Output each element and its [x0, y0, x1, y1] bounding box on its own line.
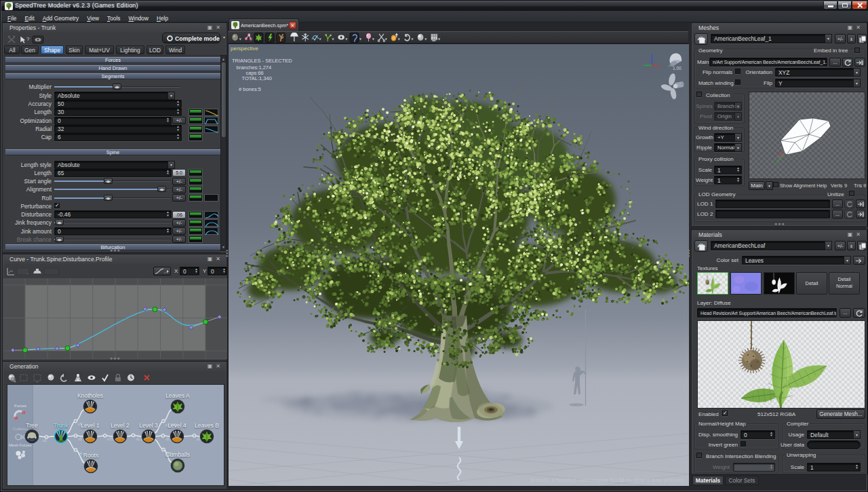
vt-undo-icon[interactable] [405, 34, 410, 41]
node-graph[interactable]: Forces Collision Mesh Forces x1x9x5x4x75… [7, 384, 224, 486]
pm-button-start_angle[interactable]: +/- [172, 178, 186, 185]
menu-view[interactable]: View [84, 14, 102, 23]
bib-checkbox[interactable] [696, 453, 702, 458]
vt-curves-icon[interactable] [312, 35, 318, 40]
viewport-toolbar[interactable] [228, 31, 688, 43]
lod2-field[interactable] [715, 210, 830, 219]
texture-normal-thumb[interactable] [730, 272, 762, 295]
splitter-dots[interactable]: ●●● [774, 221, 785, 226]
preview-main-button[interactable]: Main [749, 181, 765, 190]
material-add-button[interactable]: ± [847, 241, 856, 250]
node-knotholes[interactable] [84, 400, 97, 413]
spin-length[interactable]: 65 [54, 169, 172, 177]
node-level2[interactable] [114, 430, 127, 443]
mesh-preview[interactable] [749, 92, 865, 179]
tab-close-icon[interactable]: ✕ [289, 22, 296, 29]
section-header-segments[interactable]: Segments [5, 73, 220, 79]
slider-handle-roll[interactable]: ◀▶ [104, 195, 113, 201]
flip-normals-checkbox[interactable] [735, 69, 741, 74]
menu-edit[interactable]: Edit [22, 14, 37, 23]
viewport-3d[interactable]: perspectiveTRIANGLES - SELECTEDbranches:… [228, 43, 688, 485]
lod2-assign-button[interactable] [856, 210, 865, 219]
menu-add-geometry[interactable]: Add Geometry [40, 14, 82, 23]
unitize-checkbox[interactable] [849, 191, 854, 196]
mesh-pm-button[interactable]: +/- [835, 34, 846, 43]
main-assign-button[interactable] [854, 58, 865, 67]
minimize-button[interactable] [823, 1, 837, 10]
prop-tab-lighting[interactable]: Lighting [116, 45, 144, 54]
profile-bar-cap[interactable] [189, 134, 203, 141]
section-header-hand_drawn[interactable]: Hand Drawn [5, 65, 220, 71]
lod1-field[interactable] [715, 200, 830, 208]
profile-bar-length[interactable] [189, 109, 203, 116]
unwrap-scale-spinner-arrows[interactable]: ▲▼ [854, 464, 860, 470]
prop-tab-skin[interactable]: Skin [66, 45, 83, 54]
proxy-scale-spinner-arrows[interactable]: ▲▼ [735, 167, 741, 173]
embed-checkbox[interactable] [854, 48, 860, 53]
unwrap-scale-spinner[interactable]: 1 [807, 463, 861, 472]
mesh-selector[interactable]: AmericanBeechLeaf_1 [711, 34, 832, 43]
curve-box-roll[interactable] [204, 194, 218, 202]
spinner-arrows[interactable]: ▲▼ [175, 126, 181, 132]
spinner-arrows[interactable]: ▲▼ [175, 109, 181, 115]
dock-tab-materials[interactable]: Materials [692, 476, 724, 485]
lod1-assign-button[interactable] [856, 200, 865, 208]
section-header-forces[interactable]: Forces [5, 57, 220, 63]
prop-tab-gen[interactable]: Gen [21, 45, 39, 54]
spin-accuracy[interactable]: 50 [54, 100, 182, 108]
vt-age-icon[interactable] [391, 34, 398, 41]
curve-box-jink_amount[interactable] [204, 227, 218, 235]
hand-tree-icon[interactable] [75, 374, 81, 381]
scroll-up-icon[interactable]: ▲ [221, 56, 226, 62]
slider-handle-start_angle[interactable]: ◀▶ [104, 178, 113, 184]
curve-type-button[interactable] [153, 267, 171, 276]
prop-tab-all[interactable]: All [4, 45, 20, 54]
profile-bar-optimization[interactable] [189, 117, 203, 124]
spin-radial[interactable]: 32 [54, 125, 182, 133]
lod1-reload-button[interactable] [844, 200, 854, 208]
section-header-spine[interactable]: Spine [5, 149, 220, 155]
curve-box-disturbance[interactable] [204, 211, 218, 219]
vt-light-icon[interactable] [418, 34, 424, 41]
slider-break_chance[interactable] [54, 239, 171, 240]
proxy-weight-spinner-arrows[interactable]: ▲▼ [735, 177, 741, 183]
texture-detail-normal-button[interactable]: Detail Normal [829, 272, 860, 295]
history-icon[interactable] [127, 375, 134, 381]
growth-dropdown-arrow[interactable]: ▼ [734, 133, 742, 142]
menu-help[interactable]: Help [154, 14, 171, 23]
layer-reload-button[interactable] [853, 308, 865, 318]
material-selector-arrow[interactable]: ▼ [825, 241, 832, 250]
texture-detail-button[interactable]: Detail [796, 272, 827, 295]
color-set-dropdown-arrow[interactable]: ▼ [844, 256, 851, 265]
prop-tab-matuv[interactable]: Mat+UV [85, 45, 114, 54]
texture-diffuse-thumb[interactable] [697, 272, 728, 295]
layer-path-field[interactable]: Head Revision/Art Support/American Beech… [697, 308, 837, 318]
scrollbar-thumb[interactable] [222, 62, 226, 137]
spines-dropdown-arrow[interactable]: ▼ [734, 102, 742, 111]
enabled-checkbox[interactable]: ✓ [722, 411, 728, 416]
invert-green-checkbox[interactable] [741, 441, 746, 447]
texture-alpha-thumb[interactable] [764, 272, 795, 295]
pm-button-roll[interactable]: +/- [172, 194, 186, 202]
profile-bar-jink_frequency[interactable] [189, 219, 203, 227]
slider-handle-jink_frequency[interactable]: ◀▶ [55, 219, 64, 225]
curve-box-length[interactable] [204, 109, 218, 116]
lod1-browse-button[interactable]: ... [832, 200, 843, 208]
mesh-copy-button[interactable] [857, 34, 867, 43]
spinner-arrows[interactable]: ▲▼ [165, 117, 171, 124]
menu-window[interactable]: Window [125, 14, 151, 23]
vt-nodes-icon[interactable] [245, 33, 252, 40]
vt-fruit-tree-icon[interactable] [366, 33, 371, 41]
dock-splitter-left[interactable]: ●●● [226, 249, 229, 257]
select-question-icon[interactable]: ? [20, 36, 30, 43]
float-icon[interactable]: ▣ [848, 24, 856, 31]
spinner-arrows[interactable]: ▲▼ [175, 134, 181, 140]
close-icon[interactable]: ✕ [216, 256, 224, 262]
pm-button-break_chance[interactable]: +/- [172, 235, 186, 243]
close-button[interactable] [852, 1, 867, 10]
slider-handle-alignment[interactable]: ◀▶ [157, 186, 166, 192]
spin-length[interactable]: 30 [54, 108, 182, 116]
vt-prune-icon[interactable] [378, 34, 384, 41]
document-tab[interactable]: AmericanBeech.spm* ✕ [229, 18, 299, 31]
complete-mode-arrow[interactable]: ▼ [221, 33, 227, 43]
